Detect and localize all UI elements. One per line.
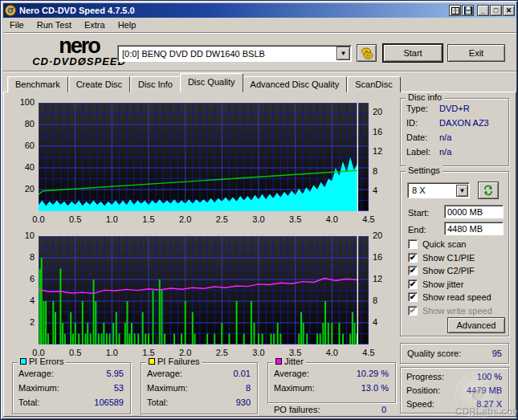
tab-disc-info[interactable]: Disc Info <box>130 76 181 92</box>
tab-benchmark[interactable]: Benchmark <box>7 76 68 92</box>
drive-select[interactable]: [0:0] BENQ DVD DD DW1640 BSLB ▼ <box>117 45 352 62</box>
x-axis-tick: 0.5 <box>66 348 85 357</box>
maximize-button[interactable]: □ <box>490 5 502 16</box>
title-bar[interactable]: Nero CD-DVD Speed 4.7.5.0 _ □ ✕ <box>3 3 516 18</box>
right-axis-tick: 4 <box>373 186 389 195</box>
app-window: Nero CD-DVD Speed 4.7.5.0 _ □ ✕ File Run… <box>0 0 518 420</box>
x-axis-tick: 1.5 <box>139 214 158 224</box>
pi-errors-title: PI Errors <box>29 357 63 366</box>
left-axis-tick: 20 <box>10 184 35 194</box>
stat-label: Maximum: <box>274 383 315 393</box>
refresh-button[interactable] <box>478 181 499 199</box>
tab-scandisc[interactable]: ScanDisc <box>347 76 400 92</box>
report-icon <box>451 7 459 14</box>
x-axis-tick: 3.5 <box>286 214 305 224</box>
disc-tray-button[interactable] <box>357 44 377 62</box>
left-axis-tick: 6 <box>10 274 35 283</box>
x-axis-tick: 4.5 <box>359 348 378 357</box>
left-axis-tick: 60 <box>10 141 35 150</box>
pi-failures-plot <box>39 236 369 345</box>
progress-panel: Progress:100 % Position:4479 MB Speed:8.… <box>400 367 509 414</box>
position-label: Position: <box>406 385 440 395</box>
unchecked-box-icon[interactable] <box>408 239 418 249</box>
checkbox-show-c1-pie[interactable]: ✔Show C1/PIE <box>408 253 475 263</box>
left-axis-tick: 40 <box>10 162 35 172</box>
checkbox-show-c2-pif[interactable]: ✔Show C2/PIF <box>408 266 475 275</box>
tab-disc-quality[interactable]: Disc Quality <box>180 73 243 92</box>
quality-score-value: 95 <box>492 349 502 358</box>
right-axis-tick: 12 <box>373 274 389 283</box>
stat-label: Total: <box>18 398 39 407</box>
stat-label: Average: <box>274 369 309 378</box>
stat-label: Average: <box>147 369 182 378</box>
disc-info-label: Date: <box>406 133 427 142</box>
stat-value: 10.29 % <box>357 369 389 378</box>
speed-value: 8.27 X <box>476 399 502 409</box>
stat-value: 53 <box>114 383 124 393</box>
pi-errors-chart: 20406080100481216200.00.51.01.52.02.53.0… <box>10 95 388 225</box>
tab-strip: BenchmarkCreate DiscDisc InfoDisc Qualit… <box>7 75 401 92</box>
menu-file[interactable]: File <box>3 18 31 31</box>
stat-value: 13.0 % <box>361 383 389 393</box>
tab-advanced-disc-quality[interactable]: Advanced Disc Quality <box>243 76 348 92</box>
jitter-title: Jitter <box>284 357 304 366</box>
x-axis-tick: 2.0 <box>176 214 195 224</box>
checkbox-label: Quick scan <box>422 239 466 249</box>
chevron-down-icon[interactable]: ▼ <box>336 47 350 60</box>
end-field[interactable] <box>444 222 504 235</box>
menu-run-test[interactable]: Run Test <box>31 18 78 31</box>
stat-value: 0.01 <box>234 369 251 378</box>
left-axis-tick: 2 <box>10 317 35 327</box>
checkbox-label: Show C2/PIF <box>422 266 475 275</box>
pi-failures-swatch <box>149 358 155 365</box>
scan-speed-select[interactable]: 8 X ▼ <box>407 182 470 198</box>
report-button[interactable] <box>449 5 461 16</box>
discs-icon <box>361 47 373 59</box>
x-axis-tick: 1.0 <box>102 348 121 357</box>
chevron-down-icon[interactable]: ▼ <box>456 185 468 197</box>
menu-extra[interactable]: Extra <box>78 18 112 31</box>
disc-info-value: n/a <box>439 147 451 157</box>
stat-value: 8 <box>246 383 251 393</box>
position-value: 4479 MB <box>467 385 502 395</box>
pi-errors-swatch <box>20 358 27 365</box>
checked-box-icon[interactable]: ✔ <box>408 292 418 302</box>
checkbox-show-jitter[interactable]: ✔Show jitter <box>408 279 463 289</box>
pi-errors-plot <box>39 103 369 211</box>
settings-title: Settings <box>406 165 443 175</box>
checked-box-icon[interactable]: ✔ <box>408 279 418 289</box>
save-button[interactable] <box>462 5 474 16</box>
checked-box-icon[interactable]: ✔ <box>408 253 418 263</box>
start-field[interactable] <box>444 205 504 218</box>
po-failures-value: 0 <box>381 405 386 414</box>
checkbox-show-read-speed[interactable]: ✔Show read speed <box>408 292 491 302</box>
minimize-button[interactable]: _ <box>477 5 489 16</box>
disc-info-label: Label: <box>406 147 430 157</box>
checked-box-icon[interactable]: ✔ <box>408 266 418 275</box>
x-axis-tick: 4.0 <box>322 214 341 224</box>
progress-value: 100 % <box>477 372 502 381</box>
po-failures-label: PO failures: <box>274 405 320 414</box>
x-axis-tick: 2.5 <box>212 348 231 357</box>
checkbox-quick-scan[interactable]: Quick scan <box>408 239 466 249</box>
disc-info-panel: Disc info Type: DVD+R ID: DAXON AZ3 Date… <box>400 98 509 166</box>
checked-box-icon: ✔ <box>408 306 418 316</box>
menu-help[interactable]: Help <box>112 18 143 31</box>
exit-button[interactable]: Exit <box>447 44 505 62</box>
x-axis-tick: 0.5 <box>66 214 85 224</box>
x-axis-tick: 4.0 <box>322 348 341 357</box>
pi-failures-chart: 246810481216200.00.51.01.52.02.53.03.54.… <box>10 228 388 358</box>
advanced-button[interactable]: Advanced <box>447 317 505 333</box>
stat-value: 930 <box>236 398 251 407</box>
start-button[interactable]: Start <box>383 44 443 62</box>
app-icon <box>5 5 16 16</box>
pi-failures-panel: PI Failures Average:0.01 Maximum:8 Total… <box>141 362 258 414</box>
pi-failures-title: PI Failures <box>157 357 200 366</box>
right-axis-tick: 8 <box>373 296 389 305</box>
close-button[interactable]: ✕ <box>503 5 515 16</box>
quality-score-panel: Quality score: 95 <box>400 343 509 364</box>
stat-value: 106589 <box>94 398 124 407</box>
po-failures-row: PO failures: 0 <box>274 405 386 414</box>
tab-create-disc[interactable]: Create Disc <box>68 76 130 92</box>
menu-bar: File Run Test Extra Help <box>3 18 516 33</box>
